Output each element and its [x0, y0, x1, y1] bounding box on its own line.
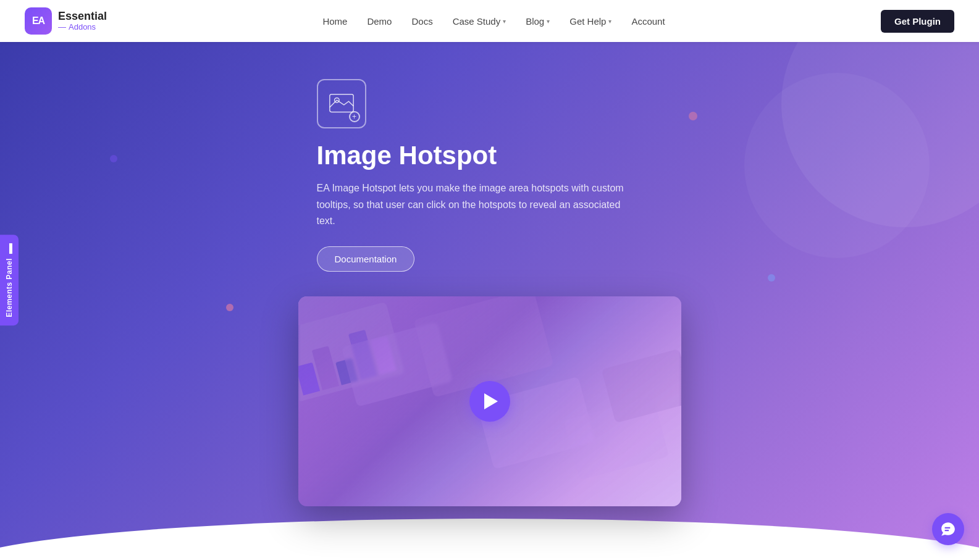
video-container: [298, 296, 681, 506]
deco-dot-2: [110, 155, 117, 162]
hero-inner: + Image Hotspot EA Image Hotspot lets yo…: [317, 79, 663, 272]
nav-item-get-help[interactable]: Get Help ▾: [562, 12, 619, 30]
play-button[interactable]: [469, 381, 510, 422]
nav-item-docs[interactable]: Docs: [404, 12, 440, 30]
chevron-down-icon: ▾: [503, 18, 506, 25]
play-icon: [484, 393, 498, 409]
hero-title: Image Hotspot: [317, 141, 497, 170]
logo-text: Essential Addons: [58, 10, 107, 32]
logo-icon: EA: [25, 7, 52, 35]
deco-dot-1: [689, 112, 697, 120]
nav-item-blog[interactable]: Blog ▾: [518, 12, 557, 30]
nav-item-home[interactable]: Home: [315, 12, 355, 30]
plus-icon: +: [349, 111, 360, 122]
hero-description: EA Image Hotspot lets you make the image…: [317, 180, 626, 229]
deco-dot-3: [768, 274, 775, 282]
deco-circle-large2: [744, 73, 930, 258]
deco-dot-4: [226, 304, 233, 311]
bar-chart-icon: ▐: [6, 243, 12, 253]
chat-icon: [940, 521, 956, 537]
chat-button[interactable]: [932, 513, 964, 545]
image-hotspot-icon: +: [317, 79, 366, 128]
chevron-down-icon: ▾: [547, 18, 550, 25]
chevron-down-icon: ▾: [608, 18, 611, 25]
logo[interactable]: EA Essential Addons: [25, 7, 107, 35]
nav-item-account[interactable]: Account: [624, 12, 672, 30]
nav-links: Home Demo Docs Case Study ▾ Blog ▾ Get H…: [315, 12, 672, 30]
nav-item-case-study[interactable]: Case Study ▾: [445, 12, 514, 30]
hero-section: + Image Hotspot EA Image Hotspot lets yo…: [0, 42, 979, 560]
video-thumbnail: [298, 296, 681, 506]
nav-item-demo[interactable]: Demo: [359, 12, 399, 30]
navbar: EA Essential Addons Home Demo Docs Case …: [0, 0, 979, 42]
elements-panel[interactable]: ▐ Elements Panel: [0, 235, 19, 326]
hero-content: + Image Hotspot EA Image Hotspot lets yo…: [292, 79, 687, 272]
documentation-button[interactable]: Documentation: [317, 246, 415, 272]
get-plugin-button[interactable]: Get Plugin: [881, 10, 954, 33]
